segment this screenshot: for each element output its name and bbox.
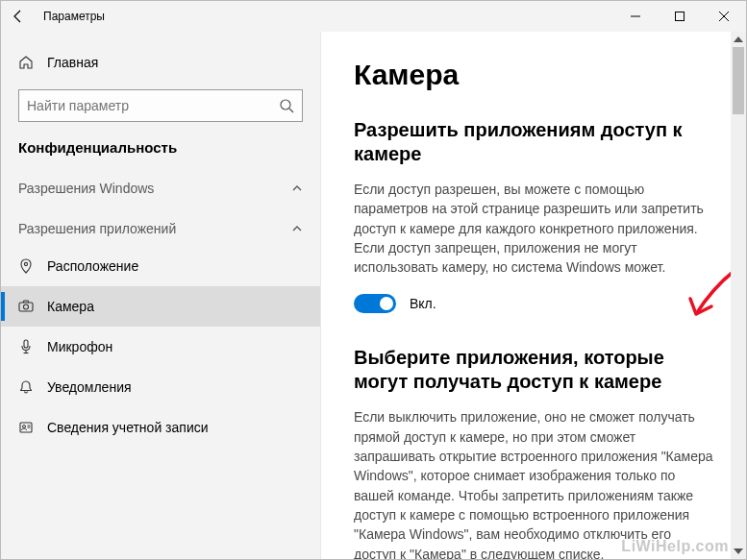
settings-window: Параметры Главная Конфиденциальность [0,0,747,560]
camera-access-toggle[interactable] [354,294,396,313]
arrow-left-icon [11,9,26,24]
svg-rect-1 [676,12,685,21]
maximize-icon [675,12,685,21]
sidebar-item-label: Расположение [47,258,138,274]
svg-rect-9 [24,340,28,348]
titlebar: Параметры [1,1,746,32]
search-icon [279,98,294,113]
scroll-up-icon[interactable] [734,32,743,47]
page-title: Камера [354,59,713,91]
sidebar-item-microphone[interactable]: Микрофон [1,327,320,367]
sidebar-item-account-info[interactable]: Сведения учетной записи [1,407,320,448]
sidebar-item-label: Сведения учетной записи [47,420,209,435]
sidebar-item-label: Микрофон [47,339,112,354]
sidebar-item-label: Уведомления [47,379,132,395]
close-button[interactable] [702,1,746,32]
section-label: Разрешения Windows [18,181,154,196]
allow-heading: Разрешить приложениям доступ к камере [354,118,713,166]
section-label: Разрешения приложений [18,221,176,236]
sidebar-item-notifications[interactable]: Уведомления [1,367,320,407]
close-icon [719,12,729,21]
search-input[interactable] [27,98,279,113]
location-icon [18,258,34,274]
sidebar-item-camera[interactable]: Камера [1,286,320,327]
nav-list: Расположение Камера Микрофон Уведомления… [1,246,320,448]
search-box[interactable] [18,89,303,122]
section-app-permissions[interactable]: Разрешения приложений [1,202,320,242]
content-area: Камера Разрешить приложениям доступ к ка… [321,32,746,559]
scrollbar-track[interactable] [731,47,746,544]
svg-point-13 [23,426,26,428]
category-title: Конфиденциальность [1,122,320,161]
svg-line-5 [289,109,293,112]
maximize-button[interactable] [658,1,702,32]
home-label: Главная [47,55,98,70]
choose-heading: Выберите приложения, которые могут получ… [354,346,713,394]
content-inner: Камера Разрешить приложениям доступ к ка… [321,32,746,559]
scroll-down-icon[interactable] [734,544,743,559]
toggle-label: Вкл. [410,296,436,311]
toggle-row: Вкл. [354,294,713,313]
svg-point-6 [24,262,27,265]
section-windows-permissions[interactable]: Разрешения Windows [1,161,320,202]
microphone-icon [18,339,34,354]
svg-rect-7 [19,303,33,311]
sidebar: Главная Конфиденциальность Разрешения Wi… [1,32,321,559]
choose-description: Если выключить приложение, оно не сможет… [354,407,713,559]
home-icon [18,55,34,70]
home-nav[interactable]: Главная [1,43,320,82]
bell-icon [18,379,34,395]
back-button[interactable] [1,1,36,32]
toggle-knob [380,297,393,310]
sidebar-item-label: Камера [47,299,94,314]
minimize-icon [631,12,640,21]
search-wrap [1,82,320,122]
svg-point-8 [24,304,29,309]
scrollbar-thumb[interactable] [733,47,744,114]
chevron-up-icon [291,183,303,194]
sidebar-item-location[interactable]: Расположение [1,246,320,286]
camera-icon [18,299,34,314]
body: Главная Конфиденциальность Разрешения Wi… [1,32,746,559]
allow-description: Если доступ разрешен, вы можете с помощь… [354,180,713,277]
window-title: Параметры [36,10,105,23]
minimize-button[interactable] [613,1,658,32]
vertical-scrollbar[interactable] [731,32,746,559]
account-icon [18,420,34,435]
svg-point-4 [281,100,290,110]
chevron-up-icon [291,223,303,234]
